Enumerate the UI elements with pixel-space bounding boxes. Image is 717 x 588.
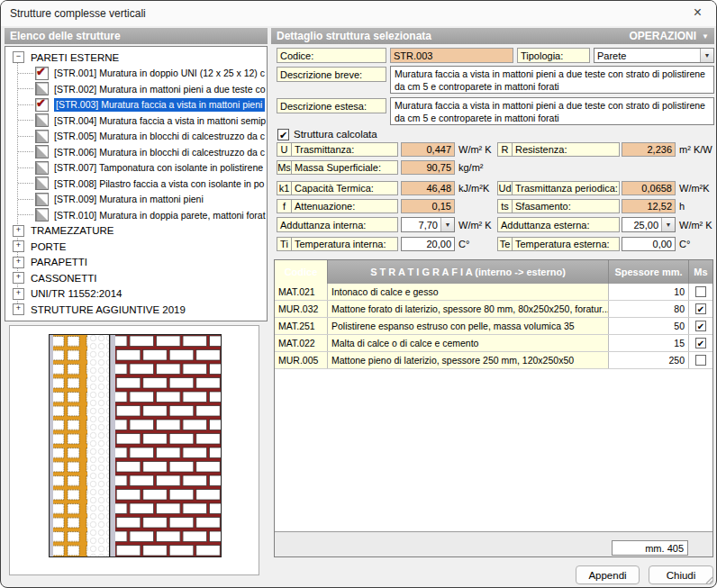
te-input[interactable]: 0,00 bbox=[622, 237, 676, 251]
ud-prefix: Ud bbox=[497, 181, 513, 195]
u-label: Trasmittanza: bbox=[291, 142, 398, 157]
tree-item-checkbox[interactable] bbox=[35, 193, 49, 206]
codice-field[interactable]: STR.003 bbox=[390, 48, 513, 63]
chevron-down-icon: ▼ bbox=[702, 32, 709, 41]
ms-label: Massa Superficiale: bbox=[291, 160, 398, 175]
cell-codice: MUR.032 bbox=[275, 301, 328, 317]
tree-item-label[interactable]: [STR.007] Tamponatura con isolante in po… bbox=[54, 162, 267, 173]
tree-toggle-icon[interactable]: + bbox=[13, 225, 24, 237]
tree-item[interactable]: [STR.010] Muratura in doppia parete, mat… bbox=[5, 207, 267, 223]
ms-checkbox[interactable] bbox=[695, 355, 706, 366]
tree-item-label[interactable]: [STR.001] Muratura in doppio UNI (12 x 2… bbox=[54, 68, 267, 78]
close-icon[interactable]: × bbox=[694, 5, 702, 21]
operazioni-menu[interactable]: OPERAZIONI ▼ bbox=[629, 30, 709, 42]
tree-item[interactable]: ✔[STR.001] Muratura in doppio UNI (12 x … bbox=[5, 66, 267, 82]
tree-group-label[interactable]: PARAPETTI bbox=[31, 257, 87, 267]
ms-checkbox[interactable] bbox=[695, 286, 706, 297]
stratigrafia-table-header: Codice S T R A T I G R A F I A (interno … bbox=[275, 260, 712, 284]
tree-group-label[interactable]: PORTE bbox=[31, 241, 66, 252]
tree-group[interactable]: −PARETI ESTERNE bbox=[5, 50, 267, 66]
tree-item[interactable]: ✔[STR.003] Muratura faccia a vista in ma… bbox=[5, 97, 267, 113]
tree-item-checkbox[interactable]: ✔ bbox=[35, 98, 49, 112]
tree-toggle-icon[interactable]: + bbox=[13, 288, 24, 300]
tree-group[interactable]: +TRAMEZZATURE bbox=[5, 223, 267, 240]
adduttanza-esterna-select[interactable]: 25,00 ▼ bbox=[622, 217, 676, 232]
tipologia-select[interactable]: Parete ▼ bbox=[594, 48, 714, 63]
left-panel-title: Elenco delle strutture bbox=[10, 30, 121, 42]
dropdown-arrow-icon[interactable]: ▼ bbox=[661, 218, 675, 231]
tree-group-label[interactable]: TRAMEZZATURE bbox=[31, 225, 113, 236]
tree-toggle-icon[interactable]: + bbox=[13, 303, 24, 315]
cell-spessore[interactable]: 50 bbox=[609, 318, 689, 334]
tree-group-label[interactable]: PARETI ESTERNE bbox=[31, 52, 119, 63]
desc-estesa-field[interactable]: Muratura faccia a vista in mattoni pieni… bbox=[390, 97, 714, 125]
ms-checkbox[interactable]: ✔ bbox=[695, 303, 706, 314]
structure-tree[interactable]: −PARETI ESTERNE✔[STR.001] Muratura in do… bbox=[5, 46, 268, 321]
tree-item[interactable]: [STR.005] Muratura in blocchi di calcest… bbox=[5, 129, 267, 145]
tree-item-label[interactable]: [STR.003] Muratura faccia a vista in mat… bbox=[54, 98, 265, 112]
struttura-calcolata-checkbox[interactable]: ✔ bbox=[277, 129, 289, 140]
tree-guide-stub bbox=[18, 167, 33, 168]
tree-group-label[interactable]: CASSONETTI bbox=[31, 273, 96, 284]
tree-toggle-icon[interactable]: + bbox=[13, 272, 24, 284]
tree-item-label[interactable]: [STR.002] Muratura in mattoni pieni a du… bbox=[54, 84, 267, 95]
dropdown-arrow-icon[interactable]: ▼ bbox=[440, 218, 454, 231]
cell-spessore[interactable]: 10 bbox=[609, 284, 689, 300]
tree-guide-stub bbox=[18, 151, 33, 152]
appendi-button[interactable]: Appendi bbox=[576, 565, 640, 584]
desc-breve-field[interactable]: Muratura faccia a vista in mattoni pieni… bbox=[390, 66, 714, 94]
ms-checkbox[interactable]: ✔ bbox=[695, 321, 706, 331]
title-bar: Strutture complesse verticali × bbox=[1, 1, 716, 26]
tree-item-checkbox[interactable] bbox=[35, 176, 49, 190]
tree-item[interactable]: [STR.002] Muratura in mattoni pieni a du… bbox=[5, 81, 267, 97]
tree-group[interactable]: +STRUTTURE AGGIUNTIVE 2019 bbox=[5, 302, 267, 318]
tree-item-label[interactable]: [STR.005] Muratura in blocchi di calcest… bbox=[54, 131, 267, 141]
tree-item-label[interactable]: [STR.004] Muratura faccia a vista in mat… bbox=[54, 115, 267, 126]
tree-group-label[interactable]: STRUTTURE AGGIUNTIVE 2019 bbox=[31, 304, 186, 315]
tree-group[interactable]: +CASSONETTI bbox=[5, 270, 267, 286]
tree-toggle-icon[interactable]: + bbox=[13, 240, 24, 252]
tree-toggle-icon[interactable]: − bbox=[13, 51, 24, 63]
tree-item[interactable]: [STR.006] Muratura in blocchi di calcest… bbox=[5, 144, 267, 160]
table-row[interactable]: MUR.032Mattone forato di laterizio, spes… bbox=[275, 301, 712, 318]
tree-item-checkbox[interactable] bbox=[35, 113, 49, 127]
cell-codice: MUR.005 bbox=[275, 352, 328, 368]
cell-spessore[interactable]: 250 bbox=[609, 352, 689, 368]
cell-spessore[interactable]: 80 bbox=[609, 301, 689, 317]
tree-item-label[interactable]: [STR.010] Muratura in doppia parete, mat… bbox=[54, 210, 267, 221]
resize-grip[interactable] bbox=[705, 576, 713, 584]
chiudi-button[interactable]: Chiudi bbox=[649, 565, 713, 584]
table-row[interactable]: MUR.005Mattone pieno di laterizio, spess… bbox=[275, 352, 712, 369]
ti-input[interactable]: 20,00 bbox=[401, 237, 455, 251]
tree-item-checkbox[interactable] bbox=[35, 145, 49, 158]
ti-prefix: Ti bbox=[277, 237, 292, 251]
f-value: 0,15 bbox=[401, 199, 455, 213]
red-check-icon: ✔ bbox=[36, 65, 46, 78]
tree-item-label[interactable]: [STR.008] Pilastro faccia a vista con is… bbox=[54, 178, 267, 189]
tree-group[interactable]: +UNI/TR 11552:2014 bbox=[5, 286, 267, 303]
cell-spessore[interactable]: 15 bbox=[609, 335, 689, 351]
adduttanza-interna-select[interactable]: 7,70 ▼ bbox=[401, 217, 455, 232]
tree-item-checkbox[interactable] bbox=[35, 208, 49, 222]
tree-group[interactable]: +PORTE bbox=[5, 239, 267, 255]
tree-item-checkbox[interactable]: ✔ bbox=[35, 67, 49, 80]
tree-toggle-icon[interactable]: + bbox=[13, 257, 24, 268]
table-row[interactable]: MAT.251Polistirene espanso estruso con p… bbox=[275, 318, 712, 335]
tree-item-label[interactable]: [STR.009] Muratura in mattoni pieni bbox=[54, 194, 267, 204]
tree-item[interactable]: [STR.004] Muratura faccia a vista in mat… bbox=[5, 113, 267, 129]
tree-group[interactable]: +PARAPETTI bbox=[5, 255, 267, 271]
tree-item[interactable]: [STR.009] Muratura in mattoni pieni bbox=[5, 192, 267, 208]
dropdown-arrow-icon[interactable]: ▼ bbox=[700, 49, 713, 62]
tree-item-label[interactable]: [STR.006] Muratura in blocchi di calcest… bbox=[54, 147, 267, 158]
tree-item-checkbox[interactable] bbox=[35, 82, 49, 95]
table-row[interactable]: MAT.021Intonaco di calce e gesso10 bbox=[275, 284, 712, 301]
ms-checkbox[interactable]: ✔ bbox=[695, 338, 706, 348]
tree-item-checkbox[interactable] bbox=[35, 161, 49, 175]
tree-group-label[interactable]: UNI/TR 11552:2014 bbox=[31, 288, 122, 299]
k1-prefix: k1 bbox=[277, 181, 292, 195]
tree-item[interactable]: [STR.007] Tamponatura con isolante in po… bbox=[5, 160, 267, 176]
cell-descrizione: Polistirene espanso estruso con pelle, m… bbox=[328, 318, 609, 334]
table-row[interactable]: MAT.022Malta di calce o di calce e cemen… bbox=[275, 335, 712, 352]
tree-item[interactable]: [STR.008] Pilastro faccia a vista con is… bbox=[5, 176, 267, 192]
tree-item-checkbox[interactable] bbox=[35, 130, 49, 143]
